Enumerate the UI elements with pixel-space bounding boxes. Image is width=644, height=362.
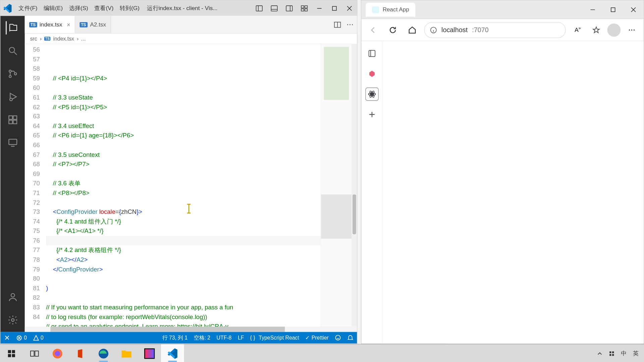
source-control-icon[interactable] [6,67,19,80]
refresh-button[interactable] [385,22,400,38]
horizontal-scrollbar[interactable] [25,327,357,332]
svg-rect-56 [35,351,39,356]
prettier-status[interactable]: ✓ Prettier [305,335,328,341]
settings-gear-icon[interactable] [6,313,19,327]
svg-rect-61 [145,349,154,358]
add-sidebar-icon[interactable] [366,108,378,121]
read-aloud-icon[interactable]: A» [570,22,585,38]
menu-select[interactable]: 选择(S) [66,4,91,12]
window-maximize-icon[interactable] [327,0,342,16]
language-mode[interactable]: { }TypeScript React [250,335,299,341]
chevron-right-icon: › [77,36,78,42]
layout-panel-bottom-icon[interactable] [267,0,282,16]
svg-rect-25 [9,139,17,144]
remote-explorer-icon[interactable] [6,136,19,149]
svg-rect-2 [271,5,277,11]
menu-goto[interactable]: 转到(G) [117,4,143,12]
breadcrumb-folder[interactable]: src [30,36,37,42]
svg-rect-52 [12,350,15,353]
menu-file[interactable]: 文件(F) [15,4,41,12]
explorer-icon[interactable] [5,21,19,35]
taskbar-intellij-icon[interactable] [138,344,161,362]
eol[interactable]: LF [238,335,244,341]
chevron-right-icon: › [40,36,42,42]
url-bar[interactable]: localhost:7070 [424,22,566,38]
window-maximize-icon[interactable] [603,0,623,19]
indentation[interactable]: 空格: 2 [194,334,210,341]
task-view-icon[interactable] [23,344,46,362]
taskbar-firefox-icon[interactable] [46,344,69,362]
problems-warnings[interactable]: 0 [33,335,43,341]
encoding[interactable]: UTF-8 [217,335,232,341]
vscode-titlebar[interactable]: 文件(F) 编辑(E) 选择(S) 查看(V) 转到(G) 运行index.ts… [0,0,357,16]
layout-panel-right-icon[interactable] [282,0,297,16]
run-debug-icon[interactable] [6,90,19,104]
browser-viewport[interactable] [383,41,644,344]
window-close-icon[interactable] [623,0,644,19]
minimap[interactable] [321,44,352,327]
split-editor-icon[interactable] [334,21,341,28]
svg-rect-65 [612,354,614,356]
scrollbar-thumb[interactable] [50,327,285,332]
problems-errors[interactable]: 0 [16,335,27,341]
tab-index-tsx[interactable]: TS index.tsx × [25,16,75,33]
back-button[interactable] [366,22,381,38]
browser-tab[interactable]: React App [366,2,416,16]
taskbar-office-icon[interactable] [69,344,92,362]
scrollbar-thumb[interactable] [353,194,356,234]
site-info-icon[interactable] [430,26,437,33]
tray-chevron-icon[interactable] [597,351,602,356]
svg-rect-4 [286,5,292,11]
extension-icon-1[interactable] [366,68,378,80]
account-icon[interactable] [6,290,19,304]
tab-a2-tsx[interactable]: TS A2.tsx [75,16,111,33]
window-title: 运行index.tsx - client - Vis... [147,4,217,12]
cursor-position[interactable]: 行 73, 列 1 [162,334,188,341]
typescript-badge-icon: TS [79,22,87,27]
breadcrumb[interactable]: src › TS index.tsx › ... [25,34,357,44]
svg-rect-55 [31,351,34,356]
line-gutter[interactable]: 5657585960616263646566676869707172737475… [25,44,46,327]
remote-indicator[interactable] [4,335,10,341]
react-devtools-icon[interactable] [366,88,378,100]
start-button[interactable] [0,344,23,362]
status-bar: 0 0 行 73, 列 1 空格: 2 UTF-8 LF { }TypeScri… [0,332,357,343]
layout-panel-left-icon[interactable] [252,0,267,16]
window-minimize-icon[interactable] [583,0,603,19]
svg-point-27 [11,294,14,297]
svg-rect-54 [12,354,15,357]
minimap-slider[interactable] [321,194,352,239]
svg-point-18 [14,73,16,75]
breadcrumb-more[interactable]: ... [81,36,86,42]
taskbar-vscode-icon[interactable] [161,344,184,362]
search-icon[interactable] [6,44,19,58]
vertical-scrollbar[interactable] [352,44,357,327]
menu-edit[interactable]: 编辑(E) [41,4,66,12]
feedback-icon[interactable] [335,335,341,341]
code-editor[interactable]: // <P4 id={1}></P4> // 3.3 useState // <… [46,44,321,327]
extensions-icon[interactable] [6,113,19,127]
layout-customize-icon[interactable] [297,0,312,16]
menu-view[interactable]: 查看(V) [91,4,117,12]
taskbar-explorer-icon[interactable] [115,344,138,362]
browser-titlebar[interactable]: React App [361,0,643,19]
more-actions-icon[interactable]: ⋯ [346,20,354,29]
svg-rect-8 [301,9,304,11]
profile-avatar[interactable] [607,23,621,37]
breadcrumb-file[interactable]: index.tsx [53,36,74,42]
ime-indicator-1[interactable]: 中 [621,349,627,357]
favorites-icon[interactable] [589,22,604,38]
window-minimize-icon[interactable] [312,0,327,16]
svg-rect-42 [369,50,375,56]
svg-marker-44 [369,71,374,77]
notifications-icon[interactable] [347,335,353,341]
tray-app-icon[interactable] [609,350,615,356]
home-button[interactable] [405,22,420,38]
collections-icon[interactable] [366,47,378,60]
menu-icon[interactable]: ⋯ [624,22,639,38]
svg-point-58 [55,351,60,356]
ime-indicator-2[interactable]: 英 [633,349,639,357]
tab-close-icon[interactable]: × [67,21,70,28]
taskbar-edge-icon[interactable] [92,344,115,362]
window-close-icon[interactable] [342,0,357,16]
